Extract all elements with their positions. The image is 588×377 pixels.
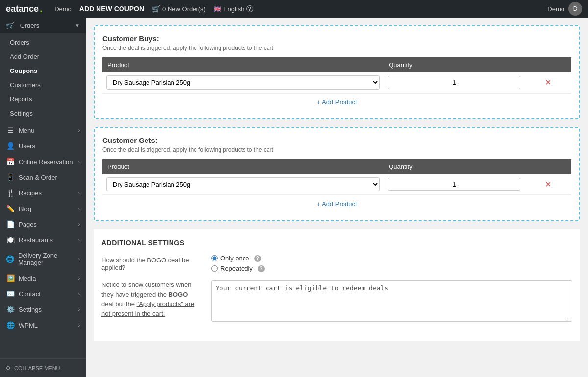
sidebar-item-coupons[interactable]: Coupons — [0, 64, 86, 78]
sidebar-item-settings[interactable]: ⚙️ Settings › — [0, 302, 86, 317]
sidebar-item-orders[interactable]: Orders — [0, 35, 86, 49]
customer-gets-section: Customer Gets: Once the deal is triggere… — [94, 127, 580, 221]
customer-gets-title: Customer Gets: — [102, 136, 571, 144]
customer-buys-section: Customer Buys: Once the deal is triggere… — [94, 25, 580, 119]
sidebar-users-label: Users — [19, 142, 35, 150]
pages-arrow-icon: › — [78, 222, 80, 227]
notice-control — [211, 280, 572, 323]
customer-gets-remove-button[interactable]: ✕ — [545, 180, 551, 189]
sidebar-item-contact[interactable]: ✉️ Contact › — [0, 286, 86, 302]
sidebar-item-recipes[interactable]: 🍴 Recipes › — [0, 185, 86, 201]
recipes-arrow-icon: › — [78, 190, 80, 196]
repeatedly-radio-input[interactable] — [211, 265, 218, 272]
customer-gets-product-select[interactable]: Dry Sausage Parisian 250g — [106, 177, 380, 191]
scan-order-icon: 📱 — [6, 173, 15, 181]
online-reservation-icon: 📅 — [6, 158, 15, 165]
delivery-arrow-icon: › — [78, 257, 80, 262]
top-nav: eatance. Demo ADD NEW COUPON 🛒 0 New Ord… — [0, 0, 588, 18]
lang-help-icon[interactable]: ? — [246, 5, 253, 12]
customer-gets-table: Product Quantity Dry Sausage Parisian 25… — [102, 159, 571, 195]
orders-arrow-icon: ▼ — [75, 23, 80, 28]
online-reservation-arrow-icon: › — [78, 159, 80, 165]
sidebar-menu-label: Menu — [19, 127, 35, 134]
sidebar-item-customers[interactable]: Customers — [0, 78, 86, 92]
customer-buys-remove-button[interactable]: ✕ — [545, 78, 551, 87]
orders-label: 0 New Order(s) — [162, 5, 206, 13]
customer-buys-title: Customer Buys: — [102, 34, 571, 43]
logo-dot: . — [40, 2, 43, 15]
customer-buys-product-header: Product — [102, 57, 384, 72]
orders-sub-menu: Orders Add Order Coupons Customers Repor… — [0, 33, 86, 122]
collapse-menu-button[interactable]: ⊙ COLLAPSE MENU — [0, 358, 86, 377]
logo: eatance. — [6, 2, 43, 15]
sidebar-wpml-label: WPML — [19, 322, 38, 329]
sidebar-item-delivery-zone[interactable]: 🌐 Delivery Zone Manager › — [0, 248, 86, 270]
sidebar-item-users[interactable]: 👤 Users — [0, 138, 86, 154]
recipes-icon: 🍴 — [6, 189, 15, 197]
sidebar-item-blog[interactable]: ✏️ Blog › — [0, 201, 86, 216]
add-new-coupon-link[interactable]: ADD NEW COUPON — [79, 5, 144, 13]
sidebar-item-reports[interactable]: Reports — [0, 92, 86, 106]
demo-link[interactable]: Demo — [54, 5, 72, 13]
sidebar-settings-label: Settings — [19, 306, 42, 313]
menu-icon: ☰ — [6, 126, 15, 134]
notice-row: Notice to show customers when they have … — [101, 280, 572, 323]
sidebar-item-wpml[interactable]: 🌐 WPML › — [0, 317, 86, 333]
sidebar-pages-label: Pages — [19, 221, 37, 228]
once-help-icon[interactable]: ? — [254, 255, 261, 262]
customer-gets-product-header: Product — [102, 159, 384, 174]
orders-btn[interactable]: 🛒 0 New Order(s) — [152, 5, 206, 13]
once-radio-option[interactable]: Only once ? — [211, 255, 572, 262]
sidebar-item-add-order[interactable]: Add Order — [0, 49, 86, 64]
customer-buys-table: Product Quantity Dry Sausage Parisian 25… — [102, 57, 571, 93]
sidebar-item-restaurants[interactable]: 🍽️ Restaurants › — [0, 232, 86, 248]
once-radio-input[interactable] — [211, 255, 218, 261]
repeatedly-radio-label: Repeatedly — [220, 265, 253, 272]
sidebar-item-pages[interactable]: 📄 Pages › — [0, 216, 86, 232]
language-selector[interactable]: 🇬🇧 English ? — [214, 5, 253, 13]
customer-buys-qty-input[interactable] — [388, 76, 520, 89]
user-avatar[interactable]: D — [568, 2, 582, 16]
wpml-arrow-icon: › — [78, 323, 80, 328]
additional-settings-title: ADDITIONAL SETTINGS — [101, 239, 572, 247]
settings-arrow-icon: › — [78, 307, 80, 312]
sidebar-item-media[interactable]: 🖼️ Media › — [0, 270, 86, 286]
sidebar-delivery-label: Delivery Zone Manager — [18, 252, 78, 266]
flag-icon: 🇬🇧 — [214, 5, 221, 13]
sidebar-item-menu[interactable]: ☰ Menu › — [0, 122, 86, 138]
sidebar-item-scan-order[interactable]: 📱 Scan & Order — [0, 169, 86, 185]
customer-gets-add-product-button[interactable]: + Add Product — [102, 195, 571, 212]
blog-arrow-icon: › — [78, 206, 80, 212]
sidebar-scan-order-label: Scan & Order — [19, 174, 57, 181]
logo-text: eatance — [6, 4, 39, 14]
notice-textarea[interactable] — [211, 280, 572, 322]
wpml-icon: 🌐 — [6, 321, 15, 329]
customer-buys-product-select[interactable]: Dry Sausage Parisian 250g — [106, 75, 380, 90]
users-icon: 👤 — [6, 142, 15, 150]
pages-icon: 📄 — [6, 220, 15, 228]
customer-buys-add-product-button[interactable]: + Add Product — [102, 93, 571, 111]
delivery-icon: 🌐 — [6, 255, 14, 263]
repeatedly-help-icon[interactable]: ? — [258, 265, 265, 272]
cart-icon: 🛒 — [152, 5, 160, 13]
table-row: Dry Sausage Parisian 250g ✕ — [102, 72, 571, 93]
sidebar-contact-label: Contact — [19, 290, 41, 298]
lang-label: English — [223, 5, 245, 13]
sidebar-orders-group[interactable]: 🛒 Orders ▼ — [0, 18, 86, 33]
once-radio-label: Only once — [220, 255, 249, 262]
bogo-deal-label: How should the BOGO deal be applied? — [101, 255, 199, 271]
main-content: Customer Buys: Once the deal is triggere… — [86, 18, 588, 377]
customer-gets-qty-input[interactable] — [388, 178, 520, 191]
sidebar-item-online-reservation[interactable]: 📅 Online Reservation › — [0, 154, 86, 169]
repeatedly-radio-option[interactable]: Repeatedly ? — [211, 265, 572, 272]
bogo-deal-row: How should the BOGO deal be applied? Onl… — [101, 255, 572, 272]
sidebar-recipes-label: Recipes — [19, 189, 42, 197]
sidebar-item-settings-orders[interactable]: Settings — [0, 106, 86, 120]
collapse-label: COLLAPSE MENU — [14, 365, 60, 371]
restaurants-icon: 🍽️ — [6, 236, 15, 244]
contact-icon: ✉️ — [6, 290, 15, 298]
customer-buys-quantity-header: Quantity — [384, 57, 524, 72]
blog-icon: ✏️ — [6, 205, 15, 212]
orders-icon: 🛒 — [6, 22, 14, 29]
additional-settings-section: ADDITIONAL SETTINGS How should the BOGO … — [94, 229, 580, 341]
